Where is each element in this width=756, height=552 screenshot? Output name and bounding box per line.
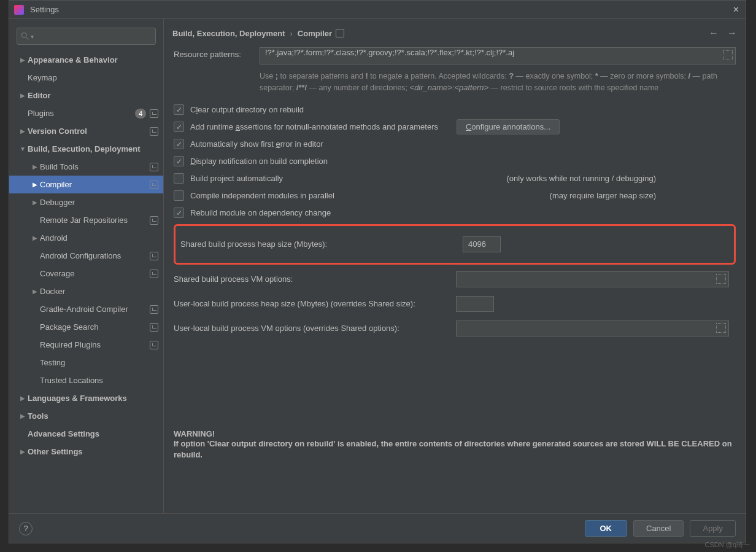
sidebar: ▾ ▶Appearance & BehaviorKeymap▶EditorPlu… (9, 19, 164, 513)
sidebar-item-label: Android (40, 233, 68, 243)
help-icon[interactable]: ? (19, 522, 33, 535)
checkbox-label: Rebuild module on dependency change (190, 208, 331, 217)
sidebar-item-keymap[interactable]: Keymap (9, 69, 163, 87)
project-scope-icon (150, 252, 158, 260)
chevron-icon: ▶ (30, 199, 40, 206)
sidebar-item-compiler[interactable]: ▶Compiler (9, 176, 163, 193)
sidebar-item-docker[interactable]: ▶Docker (9, 282, 163, 300)
project-scope-icon (150, 181, 158, 189)
chevron-icon: ▶ (30, 163, 40, 170)
back-icon[interactable]: ← (709, 28, 719, 39)
sidebar-item-plugins[interactable]: Plugins4 (9, 104, 163, 122)
sidebar-item-debugger[interactable]: ▶Debugger (9, 193, 163, 211)
sidebar-item-label: Version Control (28, 126, 87, 136)
sidebar-item-label: Remote Jar Repositories (40, 216, 128, 225)
sidebar-item-gradle-android-compiler[interactable]: Gradle-Android Compiler (9, 300, 163, 318)
expand-icon[interactable] (723, 50, 733, 60)
sidebar-item-label: Required Plugins (40, 340, 101, 349)
project-scope-icon (150, 270, 158, 278)
warning-title: WARNING! (174, 429, 736, 438)
checkbox-label: Compile independent modules in parallel (190, 191, 334, 200)
sidebar-item-required-plugins[interactable]: Required Plugins (9, 336, 163, 354)
checkbox[interactable] (174, 139, 184, 149)
check-row: Compile independent modules in parallel(… (174, 187, 736, 204)
title-bar: Settings ✕ (9, 1, 746, 19)
user-heap-label: User-local build process heap size (Mbyt… (174, 299, 456, 308)
project-scope-icon (150, 127, 158, 136)
chevron-icon: ▶ (30, 235, 40, 241)
sidebar-item-label: Docker (40, 287, 65, 296)
sidebar-item-version-control[interactable]: ▶Version Control (9, 122, 163, 140)
sidebar-item-appearance-behavior[interactable]: ▶Appearance & Behavior (9, 51, 163, 69)
resource-patterns-label: Resource patterns: (174, 47, 260, 59)
sidebar-item-android-configurations[interactable]: Android Configurations (9, 247, 163, 265)
sidebar-item-label: Tools (28, 411, 48, 421)
configure-annotations-button[interactable]: Configure annotations... (457, 119, 560, 134)
badge: 4 (135, 109, 146, 119)
project-scope-icon (336, 29, 344, 37)
check-row: Display notification on build completion (174, 153, 736, 170)
ok-button[interactable]: OK (585, 520, 628, 537)
user-vm-input[interactable] (456, 321, 729, 336)
warning-body: If option 'Clear output directory on reb… (174, 438, 736, 461)
sidebar-item-tools[interactable]: ▶Tools (9, 407, 163, 425)
apply-button: Apply (690, 520, 736, 537)
heap-size-label: Shared build process heap size (Mbytes): (180, 239, 463, 249)
cancel-button[interactable]: Cancel (633, 520, 684, 537)
search-input[interactable]: ▾ (17, 28, 156, 45)
sidebar-item-other-settings[interactable]: ▶Other Settings (9, 443, 163, 461)
checkbox[interactable] (174, 156, 184, 166)
highlighted-heap-row: Shared build process heap size (Mbytes): (174, 224, 736, 265)
expand-icon[interactable] (716, 323, 726, 333)
user-heap-input[interactable] (456, 296, 494, 312)
close-icon[interactable]: ✕ (731, 5, 741, 15)
search-icon (21, 32, 29, 41)
chevron-icon: ▶ (30, 181, 40, 188)
sidebar-item-label: Languages & Frameworks (28, 394, 127, 403)
sidebar-item-label: Compiler (40, 180, 72, 189)
sidebar-item-label: Package Search (40, 322, 98, 332)
checkbox[interactable] (174, 208, 184, 218)
checkbox[interactable] (174, 122, 184, 132)
breadcrumb-current: Compiler (298, 29, 332, 38)
sidebar-item-package-search[interactable]: Package Search (9, 318, 163, 336)
project-scope-icon (150, 305, 158, 314)
resource-patterns-input[interactable]: !?*.java;!?*.form;!?*.class;!?*.groovy;!… (260, 47, 736, 64)
sidebar-item-android[interactable]: ▶Android (9, 229, 163, 247)
sidebar-item-label: Plugins (28, 109, 54, 118)
sidebar-item-label: Other Settings (28, 447, 83, 456)
sidebar-item-trusted-locations[interactable]: Trusted Locations (9, 371, 163, 389)
forward-icon[interactable]: → (727, 28, 737, 39)
checkbox-label: Add runtime assertions for notnull-annot… (190, 122, 438, 131)
vm-options-input[interactable] (456, 271, 729, 287)
chevron-icon: ▶ (18, 413, 28, 419)
check-row: Clear output directory on rebuild (174, 101, 736, 119)
sidebar-item-build-execution-deployment[interactable]: ▼Build, Execution, Deployment (9, 140, 163, 158)
project-scope-icon (150, 109, 158, 118)
vm-options-label: Shared build process VM options: (174, 274, 456, 284)
sidebar-item-testing[interactable]: Testing (9, 354, 163, 371)
checkbox-label: Clear output directory on rebuild (190, 105, 304, 114)
sidebar-item-languages-frameworks[interactable]: ▶Languages & Frameworks (9, 389, 163, 407)
user-vm-label: User-local build process VM options (ove… (174, 324, 456, 333)
sidebar-item-editor[interactable]: ▶Editor (9, 87, 163, 104)
heap-size-input[interactable] (463, 236, 501, 252)
breadcrumb-parent[interactable]: Build, Execution, Deployment (172, 29, 285, 38)
checkbox[interactable] (174, 173, 184, 184)
sidebar-item-build-tools[interactable]: ▶Build Tools (9, 158, 163, 176)
project-scope-icon (150, 341, 158, 349)
intellij-icon (14, 5, 24, 15)
sidebar-item-remote-jar-repositories[interactable]: Remote Jar Repositories (9, 211, 163, 229)
sidebar-item-advanced-settings[interactable]: Advanced Settings (9, 425, 163, 443)
project-scope-icon (150, 163, 158, 171)
check-row: Rebuild module on dependency change (174, 204, 736, 222)
chevron-icon: ▶ (18, 128, 28, 134)
chevron-icon: ▶ (18, 92, 28, 99)
checkbox[interactable] (174, 190, 184, 201)
content-area: Build, Execution, Deployment › Compiler … (164, 19, 746, 513)
sidebar-item-coverage[interactable]: Coverage (9, 265, 163, 282)
sidebar-item-label: Android Configurations (40, 251, 121, 260)
project-scope-icon (150, 323, 158, 332)
expand-icon[interactable] (716, 274, 726, 284)
checkbox[interactable] (174, 104, 184, 115)
